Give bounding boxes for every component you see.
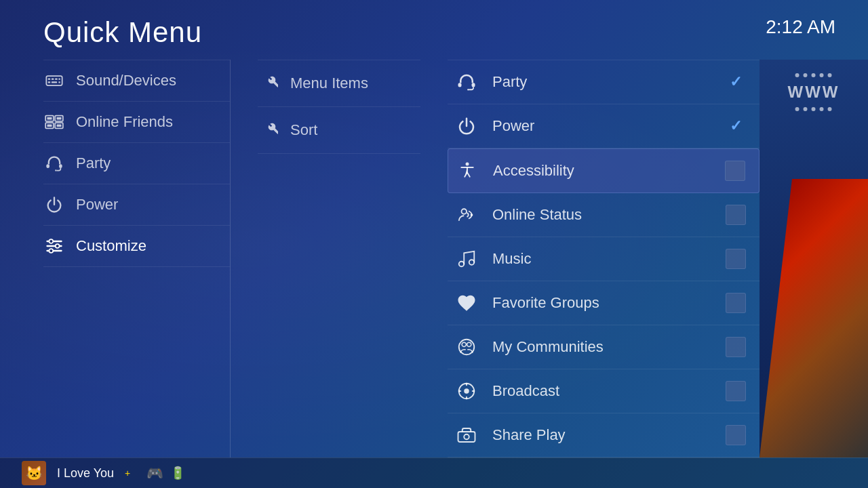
- sidebar-party-label: Party: [76, 155, 111, 172]
- sidebar-item-online-friends[interactable]: Online Friends: [43, 102, 230, 143]
- middle-column: Menu Items Sort: [231, 60, 434, 458]
- svg-rect-4: [58, 79, 60, 80]
- bottom-icons: 🎮 🔋: [146, 465, 185, 481]
- menu-left-share-play: Share Play: [454, 423, 566, 447]
- clock: 2:12 AM: [766, 16, 846, 38]
- middle-menu-items-label: Menu Items: [290, 75, 368, 92]
- party-checkbox[interactable]: ✓: [726, 72, 746, 92]
- user-avatar: 🐱: [22, 461, 46, 485]
- middle-item-sort[interactable]: Sort: [258, 107, 420, 154]
- party-icon: [454, 70, 479, 94]
- power-checkbox[interactable]: ✓: [726, 116, 746, 136]
- sidebar-item-customize[interactable]: Customize: [43, 226, 230, 267]
- header: Quick Menu 2:12 AM: [0, 0, 868, 60]
- sidebar: Sound/Devices Online Friends: [0, 60, 231, 458]
- menu-list-item-share-play[interactable]: Share Play: [448, 413, 760, 458]
- svg-point-34: [462, 342, 466, 346]
- dots-top: [795, 73, 832, 77]
- battle-image: [760, 179, 868, 458]
- favorite-groups-icon: [454, 291, 479, 315]
- dot: [795, 73, 800, 77]
- music-icon: [454, 247, 479, 271]
- sidebar-sound-label: Sound/Devices: [76, 72, 176, 89]
- svg-rect-7: [58, 81, 60, 83]
- dot: [820, 107, 824, 111]
- menu-item-favorite-groups-label: Favorite Groups: [492, 294, 599, 312]
- svg-rect-9: [47, 117, 52, 120]
- svg-point-22: [49, 239, 53, 243]
- menu-item-my-communities-label: My Communities: [492, 338, 604, 356]
- www-text: WWW: [788, 83, 840, 102]
- menu-list-item-favorite-groups[interactable]: Favorite Groups: [448, 281, 760, 325]
- online-status-icon: [454, 203, 479, 227]
- svg-point-39: [464, 434, 469, 440]
- dot: [812, 107, 816, 111]
- accessibility-icon: [455, 159, 479, 183]
- friends-icon: [43, 111, 65, 133]
- middle-item-menu-items[interactable]: Menu Items: [258, 60, 420, 107]
- menu-list-item-music[interactable]: Music: [448, 237, 760, 281]
- dot: [795, 107, 800, 111]
- svg-point-27: [467, 89, 469, 91]
- page-title: Quick Menu: [43, 16, 202, 49]
- right-column: Party ✓ Power ✓: [434, 60, 760, 458]
- bottom-bar: 🐱 I Love You + 🎮 🔋: [0, 458, 868, 488]
- menu-left-online-status: Online Status: [454, 203, 582, 227]
- checkmark-party: ✓: [730, 73, 742, 91]
- menu-item-online-status-label: Online Status: [492, 206, 582, 224]
- www-badge: WWW: [788, 73, 840, 111]
- sidebar-friends-label: Online Friends: [76, 113, 173, 131]
- menu-list-item-accessibility[interactable]: Accessibility: [448, 148, 760, 193]
- menu-left-my-communities: My Communities: [454, 335, 604, 359]
- sidebar-item-party[interactable]: Party: [43, 143, 230, 184]
- svg-point-35: [467, 342, 471, 346]
- ps-plus-icon: +: [125, 468, 130, 479]
- share-play-checkbox[interactable]: [726, 425, 746, 445]
- music-checkbox[interactable]: [726, 249, 746, 269]
- checkmark-power: ✓: [730, 117, 742, 135]
- menu-left-broadcast: Broadcast: [454, 379, 559, 403]
- sidebar-item-power[interactable]: Power: [43, 184, 230, 226]
- svg-point-36: [464, 388, 469, 394]
- dots-bottom: [795, 107, 832, 111]
- menu-item-music-label: Music: [492, 250, 531, 268]
- power-menu-icon: [454, 114, 479, 138]
- menu-list-item-my-communities[interactable]: My Communities: [448, 325, 760, 369]
- accessibility-checkbox[interactable]: [725, 161, 745, 181]
- svg-rect-25: [458, 83, 462, 87]
- menu-left-accessibility: Accessibility: [455, 159, 574, 183]
- dot: [828, 107, 832, 111]
- menu-list-item-power[interactable]: Power ✓: [448, 104, 760, 148]
- main-content: Sound/Devices Online Friends: [0, 60, 868, 458]
- controller-icon: 🎮: [146, 465, 163, 481]
- quick-menu-page: Quick Menu 2:12 AM: [0, 0, 868, 488]
- middle-sort-label: Sort: [290, 121, 317, 139]
- menu-item-party-label: Party: [492, 73, 527, 91]
- sidebar-item-sound-devices[interactable]: Sound/Devices: [43, 60, 230, 102]
- svg-rect-15: [57, 125, 62, 127]
- favorite-groups-checkbox[interactable]: [726, 293, 746, 313]
- svg-rect-2: [52, 79, 54, 80]
- menu-list-item-broadcast[interactable]: Broadcast: [448, 369, 760, 413]
- svg-rect-26: [472, 83, 475, 87]
- menu-item-broadcast-label: Broadcast: [492, 382, 559, 400]
- svg-point-31: [459, 262, 465, 267]
- my-communities-checkbox[interactable]: [726, 337, 746, 357]
- svg-rect-5: [48, 81, 51, 83]
- svg-rect-38: [458, 432, 475, 442]
- right-panel: WWW: [760, 60, 868, 458]
- online-status-checkbox[interactable]: [726, 205, 746, 225]
- menu-item-accessibility-label: Accessibility: [493, 162, 574, 180]
- menu-list-item-online-status[interactable]: Online Status: [448, 193, 760, 237]
- svg-rect-16: [46, 164, 50, 168]
- my-communities-icon: [454, 335, 479, 359]
- menu-list-item-party[interactable]: Party ✓: [448, 60, 760, 104]
- wrench-icon-menu: [258, 73, 279, 94]
- broadcast-checkbox[interactable]: [726, 381, 746, 401]
- sidebar-customize-label: Customize: [76, 237, 146, 255]
- dot: [804, 107, 808, 111]
- svg-point-32: [469, 260, 475, 265]
- menu-left-music: Music: [454, 247, 531, 271]
- svg-rect-6: [52, 81, 57, 83]
- menu-left-power: Power: [454, 114, 534, 138]
